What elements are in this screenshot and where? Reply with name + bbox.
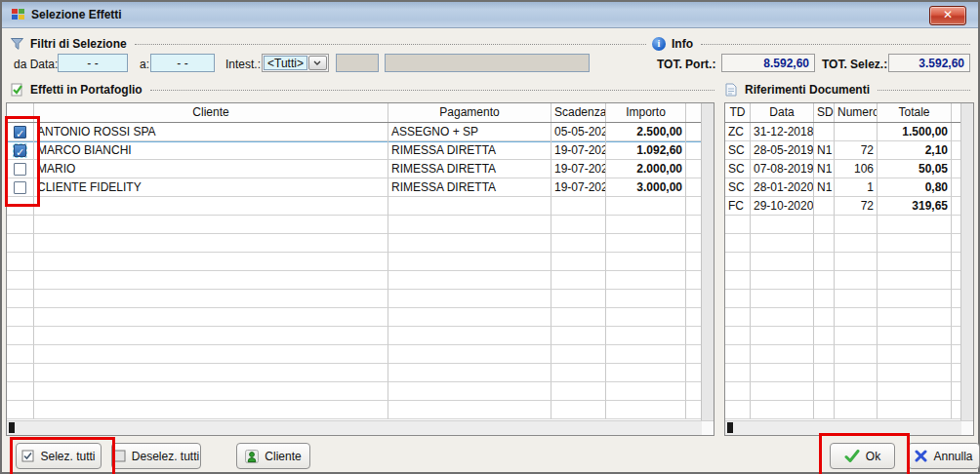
cell-totale: 0,80 <box>878 178 952 197</box>
page-green-check-icon <box>10 83 24 97</box>
intest-dropdown[interactable]: <Tutti> <box>262 54 329 72</box>
a-label: a: <box>140 58 149 71</box>
table-row[interactable]: MARIO RIMESSA DIRETTA 19-07-2022 2.000,0… <box>7 160 702 178</box>
col-data: Data <box>751 103 814 122</box>
cell-sd: N1 <box>814 141 835 160</box>
cell-importo: 3.000,00 <box>606 178 686 197</box>
checked-checkbox-icon <box>21 450 34 462</box>
horizontal-scrollbar[interactable] <box>7 420 702 435</box>
close-icon: ✕ <box>943 8 953 21</box>
table-row-empty <box>7 345 702 364</box>
section-filtri: Filtri di Selezione <box>10 36 646 51</box>
cell-data: 28-05-2019 <box>751 141 814 160</box>
portfolio-table-body: ANTONIO ROSSI SPA ASSEGNO + SP 05-05-202… <box>7 123 702 419</box>
table-row-empty <box>725 345 961 364</box>
document-icon <box>724 83 739 97</box>
table-row-empty <box>7 327 702 345</box>
checkbox-icon[interactable] <box>14 181 26 194</box>
table-row[interactable]: SC 07-08-2019 N1 106 50,05 <box>725 160 961 178</box>
col-cliente: Cliente <box>34 103 388 122</box>
ok-label: Ok <box>866 450 880 463</box>
checkbox-icon[interactable] <box>14 144 26 157</box>
row-checkbox[interactable] <box>7 141 34 160</box>
cell-pagamento: ASSEGNO + SP <box>388 123 551 141</box>
table-row-empty <box>7 401 702 419</box>
documents-table: TD Data SD Numero Totale ZC 31-12-2018 1… <box>724 102 974 436</box>
scrollbar-corner <box>702 420 714 435</box>
cell-numero: 72 <box>835 197 878 216</box>
deselect-all-label: Deselez. tutti <box>132 450 199 463</box>
portfolio-table: Cliente Pagamento Scadenza Importo ANTON… <box>6 102 715 436</box>
col-sd: SD <box>814 103 835 122</box>
cell-pagamento: RIMESSA DIRETTA <box>388 160 551 178</box>
da-data-input[interactable]: - - <box>58 54 128 72</box>
section-info-label: Info <box>672 37 693 51</box>
scrollbar-thumb[interactable] <box>9 422 15 433</box>
table-row-empty <box>7 271 702 290</box>
vertical-scrollbar[interactable] <box>960 103 973 421</box>
cell-data: 29-10-2020 <box>751 197 814 216</box>
vertical-scrollbar[interactable] <box>701 103 714 421</box>
table-row[interactable]: MARCO BIANCHI RIMESSA DIRETTA 19-07-2022… <box>7 141 702 160</box>
blue-x-icon <box>915 450 927 462</box>
checkbox-icon[interactable] <box>14 126 26 138</box>
dropdown-button[interactable] <box>308 56 327 70</box>
row-checkbox[interactable] <box>7 178 34 197</box>
filter-funnel-icon <box>10 37 24 51</box>
cell-td: SC <box>725 141 751 160</box>
disabled-field-small <box>336 54 379 72</box>
cell-td: FC <box>725 197 751 216</box>
tot-selez-value: 3.592,60 <box>888 54 970 72</box>
cell-importo: 2.000,00 <box>606 160 686 178</box>
table-row-empty <box>7 197 702 216</box>
table-row[interactable]: SC 28-05-2019 N1 72 2,10 <box>725 141 961 160</box>
section-riferimenti: Riferimenti Documenti <box>724 82 970 97</box>
window-title: Selezione Effetti <box>31 8 122 21</box>
divider <box>701 44 970 45</box>
intest-label: Intest.: <box>225 58 261 71</box>
tot-port-value: 8.592,60 <box>721 54 815 72</box>
cliente-button[interactable]: Cliente <box>236 443 310 469</box>
horizontal-scrollbar[interactable] <box>725 420 961 435</box>
cell-scadenza: 19-07-2022 <box>551 160 606 178</box>
col-td: TD <box>725 103 751 122</box>
row-checkbox[interactable] <box>7 123 34 141</box>
ok-button[interactable]: Ok <box>830 443 895 469</box>
cell-data: 28-01-2020 <box>751 178 814 197</box>
deselect-all-button[interactable]: Deselez. tutti <box>111 443 201 469</box>
table-row[interactable]: ZC 31-12-2018 1.500,00 <box>725 123 961 141</box>
cell-totale: 2,10 <box>878 141 952 160</box>
cell-td: ZC <box>725 123 751 141</box>
annulla-button[interactable]: Annulla <box>908 443 980 469</box>
cell-td: SC <box>725 160 751 178</box>
cell-td: SC <box>725 178 751 197</box>
green-check-icon <box>844 450 860 462</box>
table-row[interactable]: SC 28-01-2020 N1 1 0,80 <box>725 178 961 197</box>
table-row-empty <box>725 364 961 382</box>
scrollbar-thumb[interactable] <box>727 422 733 433</box>
a-data-input[interactable]: - - <box>150 54 215 72</box>
table-row[interactable]: ANTONIO ROSSI SPA ASSEGNO + SP 05-05-202… <box>7 123 702 141</box>
table-row-empty <box>725 271 961 290</box>
cell-importo: 2.500,00 <box>606 123 686 141</box>
divider <box>135 44 646 45</box>
close-button[interactable]: ✕ <box>929 6 966 25</box>
person-icon <box>245 450 259 463</box>
title-bar[interactable]: Selezione Effetti ✕ <box>2 2 978 28</box>
table-row[interactable]: FC 29-10-2020 72 319,65 <box>725 197 961 216</box>
col-totale: Totale <box>878 103 952 122</box>
cell-sd <box>814 123 835 141</box>
checkbox-icon[interactable] <box>14 163 26 176</box>
cell-data: 07-08-2019 <box>751 160 814 178</box>
table-row-empty <box>725 290 961 308</box>
col-numero: Numero <box>835 103 878 122</box>
section-riferimenti-label: Riferimenti Documenti <box>745 83 870 97</box>
select-all-button[interactable]: Selez. tutti <box>16 443 102 469</box>
col-importo: Importo <box>606 103 686 122</box>
row-checkbox[interactable] <box>7 160 34 178</box>
table-row-empty <box>725 327 961 345</box>
info-icon: i <box>652 37 666 51</box>
chevron-down-icon <box>313 60 321 65</box>
table-row[interactable]: CLIENTE FIDELITY RIMESSA DIRETTA 19-07-2… <box>7 178 702 197</box>
section-filtri-label: Filtri di Selezione <box>30 37 127 51</box>
